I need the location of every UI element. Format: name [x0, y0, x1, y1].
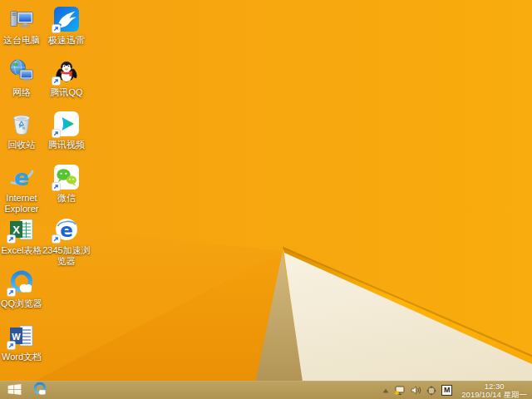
- taskbar-qq-browser-button[interactable]: [28, 382, 52, 399]
- excel-icon: X: [8, 216, 35, 243]
- tray-volume-icon[interactable]: [408, 382, 424, 399]
- tray-input-method-indicator[interactable]: M: [439, 382, 455, 399]
- desktop-icon-recycle-bin[interactable]: 回收站: [0, 111, 47, 150]
- tray-show-hidden-icons-button[interactable]: [380, 382, 392, 399]
- clock-date: 2019/10/14 星期一: [461, 391, 527, 399]
- shortcut-arrow-icon: [7, 288, 16, 297]
- desktop-icon-2345-browser[interactable]: e 2345加速浏览器: [42, 216, 91, 267]
- shortcut-arrow-icon: [52, 182, 61, 191]
- icon-label: 网络: [12, 87, 31, 98]
- this-pc-icon: [8, 6, 35, 32]
- desktop-icon-this-pc[interactable]: 这台电脑: [0, 6, 47, 46]
- xunlei-bird-icon: [53, 6, 80, 32]
- svg-text:e: e: [14, 165, 29, 190]
- shortcut-arrow-icon: [7, 234, 16, 244]
- 2345-browser-icon: e: [53, 216, 80, 243]
- desktop-icon-tencent-qq[interactable]: 腾讯QQ: [42, 58, 91, 98]
- word-icon: W: [8, 323, 35, 349]
- desktop-icon-internet-explorer[interactable]: e Internet Explorer: [0, 164, 47, 214]
- start-button[interactable]: [0, 382, 28, 399]
- desktop-icon-excel[interactable]: X Excel表格: [0, 216, 47, 256]
- icon-label: 腾讯QQ: [50, 87, 82, 98]
- icon-label: QQ浏览器: [1, 298, 42, 309]
- taskbar: M 12:30 2019/10/14 星期一: [0, 381, 532, 399]
- icon-label: 微信: [57, 193, 76, 204]
- shortcut-arrow-icon: [52, 24, 61, 33]
- icon-label: Word文档: [2, 352, 42, 362]
- desktop-icon-tencent-video[interactable]: 腾讯视频: [42, 111, 91, 150]
- network-globe-icon: [8, 58, 35, 85]
- icon-label: 2345加速浏览器: [42, 245, 91, 267]
- system-tray: M 12:30 2019/10/14 星期一: [380, 382, 532, 399]
- svg-text:W: W: [12, 332, 21, 342]
- icon-label: 回收站: [8, 140, 36, 150]
- icon-label: 这台电脑: [3, 35, 40, 46]
- icon-label: Internet Explorer: [0, 193, 47, 214]
- tencent-video-play-icon: [53, 111, 80, 137]
- recycle-bin-icon: [8, 111, 35, 137]
- shortcut-arrow-icon: [52, 234, 61, 244]
- qq-browser-icon: [32, 382, 47, 399]
- desktop-icon-word[interactable]: W Word文档: [0, 323, 47, 362]
- wechat-icon: [53, 164, 80, 190]
- icon-label: 腾讯视频: [48, 140, 85, 150]
- icon-label: Excel表格: [2, 245, 42, 256]
- qq-browser-icon: [8, 269, 35, 296]
- desktop-icon-network[interactable]: 网络: [0, 58, 47, 98]
- clock-time: 12:30: [485, 382, 505, 391]
- icon-label: 极速迅雷: [48, 35, 85, 46]
- tray-crosshair-icon[interactable]: [424, 382, 439, 399]
- ime-language-badge: M: [441, 385, 452, 396]
- internet-explorer-icon: e: [8, 164, 35, 190]
- tray-network-icon[interactable]: [392, 382, 408, 399]
- windows-logo-icon: [7, 383, 22, 398]
- qq-penguin-icon: [53, 58, 80, 85]
- desktop: 这台电脑 极速迅雷: [0, 0, 532, 381]
- desktop-icon-xunlei[interactable]: 极速迅雷: [42, 6, 91, 46]
- shortcut-arrow-icon: [52, 76, 61, 86]
- desktop-icon-qq-browser[interactable]: QQ浏览器: [0, 269, 47, 309]
- taskbar-clock[interactable]: 12:30 2019/10/14 星期一: [455, 382, 532, 399]
- shortcut-arrow-icon: [7, 341, 16, 350]
- desktop-icon-wechat[interactable]: 微信: [42, 164, 91, 204]
- shortcut-arrow-icon: [52, 129, 61, 138]
- chevron-up-icon: [382, 388, 389, 393]
